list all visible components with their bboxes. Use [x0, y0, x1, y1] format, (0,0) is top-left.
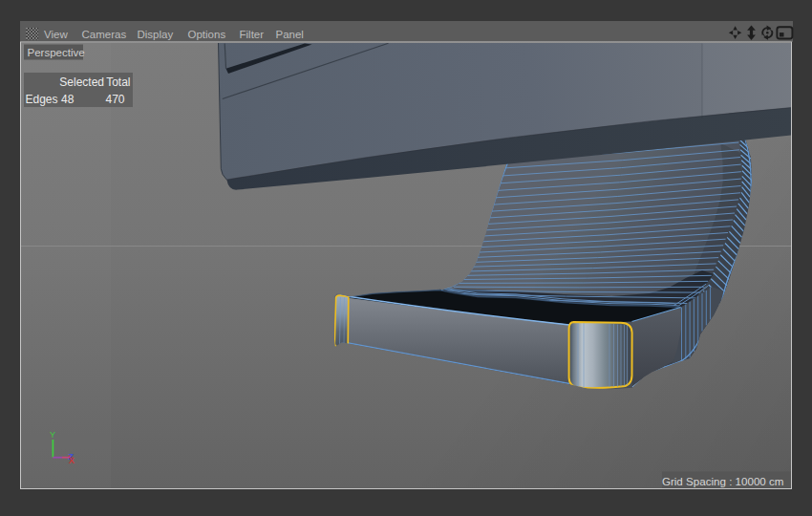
svg-text:470: 470: [105, 93, 124, 106]
svg-text:Edges: Edges: [26, 93, 58, 106]
svg-text:Filter: Filter: [240, 29, 265, 40]
svg-text:Display: Display: [138, 29, 174, 40]
svg-text:Total: Total: [106, 75, 130, 89]
svg-text:48: 48: [61, 93, 75, 106]
svg-text:Perspective: Perspective: [28, 47, 85, 58]
svg-text:Cameras: Cameras: [82, 29, 127, 40]
svg-text:Panel: Panel: [276, 29, 304, 40]
svg-text:Grid Spacing : 10000 cm: Grid Spacing : 10000 cm: [662, 475, 784, 487]
svg-text:Options: Options: [188, 29, 226, 40]
svg-text:Selected: Selected: [59, 75, 104, 89]
svg-text:Y: Y: [50, 430, 55, 440]
svg-text:View: View: [44, 29, 68, 40]
svg-text:X: X: [69, 455, 75, 465]
